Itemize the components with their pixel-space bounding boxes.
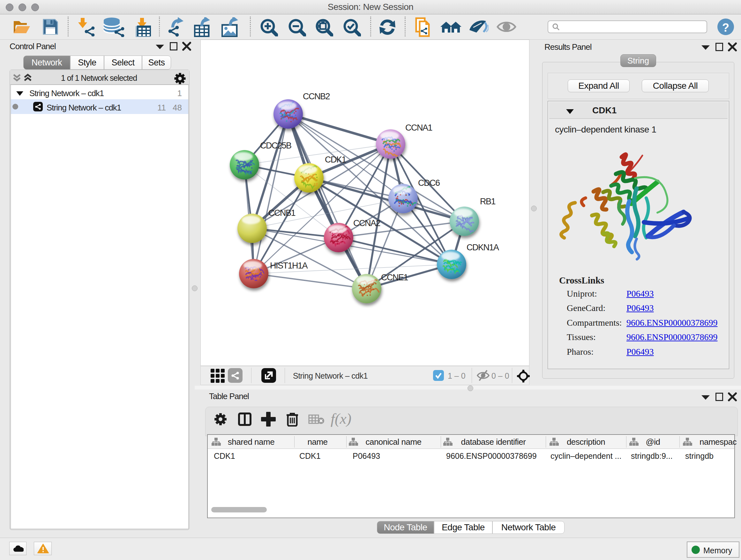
svg-text:CCNA1: CCNA1 [405,123,432,132]
svg-text:RB1: RB1 [480,197,495,206]
svg-text:CDC6: CDC6 [418,178,440,188]
svg-text:CCNB1: CCNB1 [268,208,295,218]
svg-text:CDC25B: CDC25B [260,141,291,150]
svg-text:CDK1: CDK1 [325,155,346,165]
svg-text:HIST1H1A: HIST1H1A [270,261,308,270]
svg-text:CDKN1A: CDKN1A [467,243,499,252]
svg-text:CCNA2: CCNA2 [353,219,381,228]
svg-text:CCNE1: CCNE1 [381,273,408,282]
svg-text:CCNB2: CCNB2 [303,91,330,101]
